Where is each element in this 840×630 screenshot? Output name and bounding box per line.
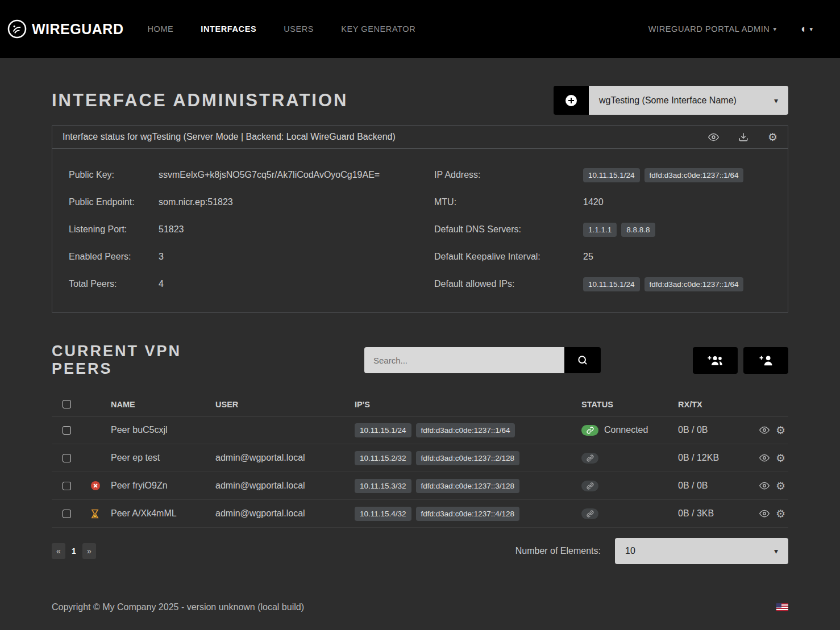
peer-ip-badge: 10.11.15.2/32: [355, 451, 411, 465]
interface-select[interactable]: wgTesting (Some Interface Name) ▾: [589, 86, 788, 115]
keepalive-value: 25: [583, 252, 593, 262]
elements-per-page-value: 10: [625, 546, 635, 556]
page-footer: Copyright © My Company 2025 - version un…: [0, 596, 840, 619]
chevron-down-icon: ▾: [774, 546, 778, 556]
row-checkbox[interactable]: [63, 510, 71, 518]
interface-select-value: wgTesting (Some Interface Name): [599, 95, 737, 106]
public-key-value: ssvmEelxG+k8jsNO5G7cq5r/Ak7liCodAvOyoCg1…: [159, 170, 380, 180]
elements-per-page-label: Number of Elements:: [515, 546, 601, 556]
peer-settings-button[interactable]: ⚙: [776, 508, 785, 519]
add-user-icon: [759, 354, 774, 366]
nav-item-home[interactable]: HOME: [147, 24, 173, 34]
field-label: Public Endpoint:: [69, 197, 159, 207]
elements-per-page-select[interactable]: 10 ▾: [615, 538, 788, 564]
view-peer-button[interactable]: [759, 508, 770, 519]
row-checkbox[interactable]: [63, 454, 71, 462]
peers-table-header: NAME USER IP'S STATUS RX/TX: [52, 393, 788, 416]
add-multiple-peers-button[interactable]: [693, 347, 738, 374]
field-label: Public Key:: [69, 170, 159, 180]
nav-item-users[interactable]: USERS: [284, 24, 314, 34]
peers-table: NAME USER IP'S STATUS RX/TX Peer buC5cxj…: [52, 393, 788, 528]
brand-title: WireGuard: [32, 21, 123, 37]
eye-icon: [759, 481, 770, 491]
peer-user: admin@wgportal.local: [215, 453, 355, 463]
eye-icon: [759, 508, 770, 519]
peers-section-title: CURRENT VPN PEERS: [52, 343, 246, 378]
peer-settings-button[interactable]: ⚙: [776, 453, 785, 464]
view-peer-button[interactable]: [759, 453, 770, 463]
peer-ip-badge: 10.11.15.3/32: [355, 479, 411, 493]
disconnected-link-icon: [581, 453, 598, 464]
peer-name: Peer A/Xk4mML: [111, 508, 215, 519]
pagination-prev-button[interactable]: «: [52, 543, 65, 559]
page-title: INTERFACE ADMINISTRATION: [52, 90, 348, 111]
main-nav: HOME INTERFACES USERS KEY GENERATOR: [147, 24, 415, 34]
download-config-button[interactable]: [738, 132, 748, 142]
wireguard-logo-icon: [7, 19, 27, 39]
disconnected-link-icon: [581, 508, 598, 519]
peer-user: admin@wgportal.local: [215, 508, 355, 519]
peer-expiring-hourglass-icon: [91, 509, 99, 519]
eye-icon: [708, 132, 719, 143]
peer-row: Peer fryiO9Zn admin@wgportal.local 10.11…: [52, 472, 788, 500]
peer-status-label: Connected: [604, 425, 648, 435]
view-config-button[interactable]: [708, 132, 719, 143]
listening-port-value: 51823: [159, 224, 184, 235]
pagination-page-1[interactable]: 1: [67, 543, 81, 559]
view-peer-button[interactable]: [759, 425, 770, 435]
row-checkbox[interactable]: [63, 426, 71, 435]
add-users-icon: [707, 354, 724, 366]
header-ips: IP'S: [355, 400, 581, 409]
gear-icon: ⚙: [776, 481, 785, 491]
add-interface-button[interactable]: [554, 86, 589, 115]
add-peer-button[interactable]: [743, 347, 788, 374]
ip-badge: fdfd:d3ad:c0de:1237::1/64: [644, 168, 744, 182]
search-button[interactable]: [564, 347, 601, 373]
peer-ip-badge: fdfd:d3ad:c0de:1237::1/64: [416, 423, 515, 437]
ip-badge: 10.11.15.1/24: [583, 168, 640, 182]
nav-item-key-generator[interactable]: KEY GENERATOR: [341, 24, 415, 34]
peer-settings-button[interactable]: ⚙: [776, 425, 785, 436]
allowed-ip-badge: 10.11.15.1/24: [583, 277, 640, 291]
gear-icon: ⚙: [768, 132, 777, 143]
peer-search-input[interactable]: [364, 347, 564, 373]
search-icon: [577, 354, 588, 366]
interface-selector-group: wgTesting (Some Interface Name) ▾: [554, 86, 788, 115]
peer-ip-badge: 10.11.15.1/24: [355, 423, 411, 437]
peer-ip-badge: 10.11.15.4/32: [355, 507, 411, 521]
pagination-next-button[interactable]: »: [82, 543, 96, 559]
peer-rxtx: 0B / 3KB: [678, 508, 759, 519]
mtu-value: 1420: [583, 197, 604, 207]
enabled-peers-value: 3: [159, 252, 164, 262]
row-checkbox[interactable]: [63, 482, 71, 490]
interface-status-title: Interface status for wgTesting (Server M…: [63, 132, 396, 142]
peer-row: Peer ep test admin@wgportal.local 10.11.…: [52, 444, 788, 472]
plus-circle-icon: [564, 94, 578, 107]
nav-item-interfaces[interactable]: INTERFACES: [201, 24, 256, 34]
user-account-menu[interactable]: WIREGUARD PORTAL ADMIN ▾: [648, 24, 777, 34]
interface-settings-button[interactable]: ⚙: [768, 132, 777, 143]
field-label: Default DNS Servers:: [434, 224, 583, 235]
peer-rxtx: 0B / 0B: [678, 481, 759, 491]
select-all-checkbox[interactable]: [63, 400, 71, 408]
user-menu-label: WIREGUARD PORTAL ADMIN: [648, 24, 770, 34]
language-flag-icon[interactable]: [776, 603, 788, 611]
theme-icon: ◐: [801, 23, 807, 35]
wireguard-brand[interactable]: WireGuard: [7, 19, 123, 39]
disconnected-link-icon: [581, 481, 598, 491]
copyright-text: Copyright © My Company 2025 - version un…: [52, 602, 304, 612]
header-name: NAME: [111, 400, 215, 409]
header-rxtx: RX/TX: [678, 400, 759, 409]
gear-icon: ⚙: [776, 425, 785, 436]
peer-name: Peer fryiO9Zn: [111, 481, 215, 491]
download-icon: [738, 132, 748, 142]
caret-down-icon: ▾: [773, 25, 777, 33]
connected-link-icon: [581, 425, 598, 436]
peer-settings-button[interactable]: ⚙: [776, 481, 785, 491]
field-label: Enabled Peers:: [69, 252, 159, 262]
peer-row: Peer A/Xk4mML admin@wgportal.local 10.11…: [52, 500, 788, 528]
theme-toggle-menu[interactable]: ◐ ▾: [801, 23, 813, 35]
view-peer-button[interactable]: [759, 481, 770, 491]
field-label: IP Address:: [434, 170, 583, 180]
peer-name: Peer buC5cxjl: [111, 425, 215, 435]
